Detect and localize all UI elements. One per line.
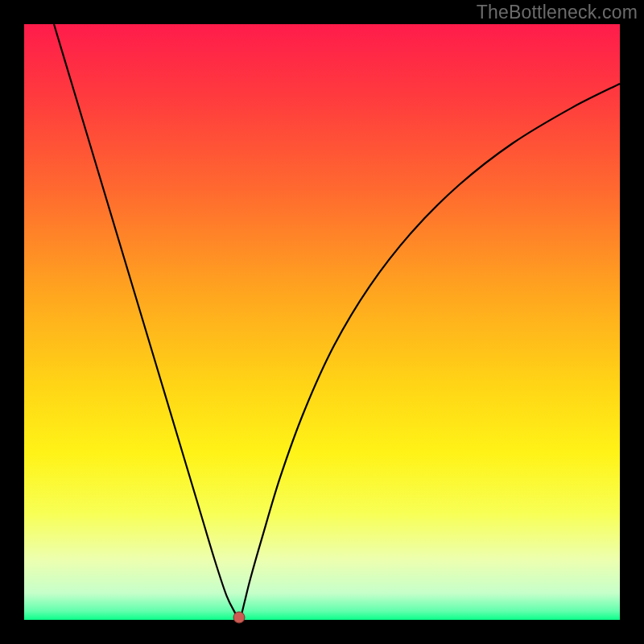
- frame-right: [620, 0, 644, 644]
- frame-bottom: [0, 620, 644, 644]
- plot-area: [24, 24, 620, 620]
- frame-left: [0, 0, 24, 644]
- watermark-text: TheBottleneck.com: [477, 2, 638, 23]
- bottleneck-chart: [0, 0, 644, 644]
- optimum-marker: [233, 612, 245, 623]
